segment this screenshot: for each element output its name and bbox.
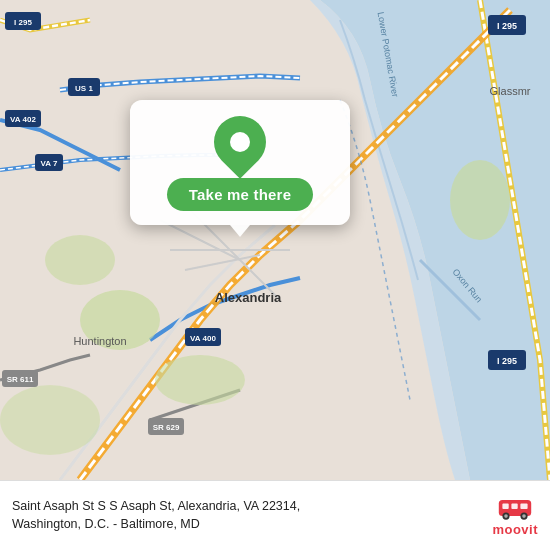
svg-text:Alexandria: Alexandria bbox=[215, 290, 282, 305]
svg-rect-32 bbox=[521, 504, 528, 509]
moovit-logo[interactable]: moovit bbox=[492, 494, 538, 537]
svg-text:VA 7: VA 7 bbox=[41, 159, 58, 168]
svg-point-34 bbox=[504, 514, 508, 518]
svg-text:VA 400: VA 400 bbox=[190, 334, 216, 343]
bottom-bar: Saint Asaph St S S Asaph St, Alexandria,… bbox=[0, 480, 550, 550]
svg-text:SR 629: SR 629 bbox=[153, 423, 180, 432]
address-text: Saint Asaph St S S Asaph St, Alexandria,… bbox=[12, 498, 482, 533]
moovit-wordmark: moovit bbox=[492, 522, 538, 537]
address-line2: Washington, D.C. - Baltimore, MD bbox=[12, 516, 482, 534]
pin-inner bbox=[230, 132, 250, 152]
svg-text:US 1: US 1 bbox=[75, 84, 93, 93]
address-line1: Saint Asaph St S S Asaph St, Alexandria,… bbox=[12, 498, 482, 516]
svg-text:I 295: I 295 bbox=[14, 18, 32, 27]
take-me-there-button[interactable]: Take me there bbox=[167, 178, 313, 211]
svg-text:VA 402: VA 402 bbox=[10, 115, 36, 124]
svg-point-3 bbox=[155, 355, 245, 405]
svg-text:SR 611: SR 611 bbox=[7, 375, 34, 384]
svg-point-4 bbox=[450, 160, 510, 240]
map-pin-icon bbox=[203, 105, 277, 179]
moovit-bus-icon bbox=[497, 494, 533, 522]
svg-rect-30 bbox=[503, 504, 509, 509]
svg-rect-31 bbox=[512, 504, 518, 509]
map-container[interactable]: I 295 I 295 I 295 US 1 VA 7 VA 402 VA 40… bbox=[0, 0, 550, 480]
svg-point-36 bbox=[522, 514, 526, 518]
svg-point-5 bbox=[0, 385, 100, 455]
svg-text:I 295: I 295 bbox=[497, 21, 517, 31]
svg-text:I 295: I 295 bbox=[497, 356, 517, 366]
location-popup: Take me there bbox=[130, 100, 350, 225]
svg-text:Glassmr: Glassmr bbox=[490, 85, 531, 97]
svg-point-2 bbox=[45, 235, 115, 285]
svg-text:Huntington: Huntington bbox=[73, 335, 126, 347]
